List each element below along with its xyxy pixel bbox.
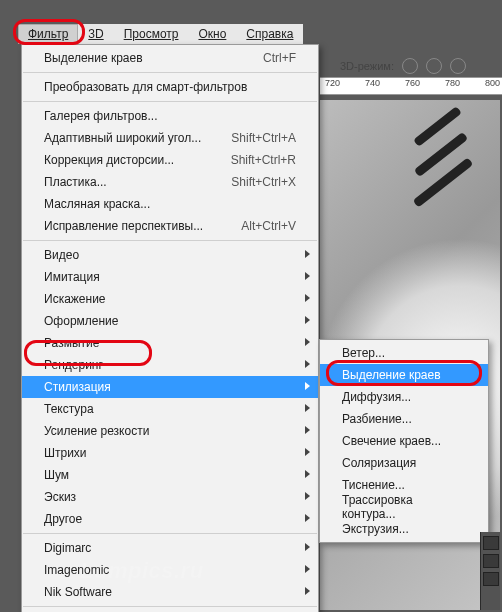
filter-convert-smart[interactable]: Преобразовать для смарт-фильтров [22, 76, 318, 98]
orbit-icon[interactable] [402, 58, 418, 74]
stylize-submenu: Ветер... Выделение краев Диффузия... Раз… [319, 339, 489, 543]
move-icon[interactable] [450, 58, 466, 74]
stylize-diffuse[interactable]: Диффузия... [320, 386, 488, 408]
mode3d-label: 3D-режим: [340, 60, 394, 72]
horizontal-ruler: 720 740 760 780 800 [320, 77, 502, 95]
filter-pixelate[interactable]: Оформление [22, 310, 318, 332]
filter-noise[interactable]: Шум [22, 464, 318, 486]
menu-bar: Фильтр 3D Просмотр Окно Справка [18, 24, 303, 44]
filter-artistic[interactable]: Имитация [22, 266, 318, 288]
pan-icon[interactable] [426, 58, 442, 74]
menu-3d[interactable]: 3D [78, 24, 113, 44]
filter-strokes[interactable]: Штрихи [22, 442, 318, 464]
filter-liquify[interactable]: Пластика...Shift+Ctrl+X [22, 171, 318, 193]
stylize-solarize[interactable]: Соляризация [320, 452, 488, 474]
filter-stylize[interactable]: Стилизация [22, 376, 318, 398]
stylize-wind[interactable]: Ветер... [320, 342, 488, 364]
filter-oilpaint[interactable]: Масляная краска... [22, 193, 318, 215]
panel-thumb[interactable] [483, 572, 499, 586]
filter-sharpen[interactable]: Усиление резкости [22, 420, 318, 442]
filter-digimarc[interactable]: Digimarc [22, 537, 318, 559]
filter-lenscorr[interactable]: Коррекция дисторсии...Shift+Ctrl+R [22, 149, 318, 171]
panel-thumb[interactable] [483, 554, 499, 568]
panel-thumb[interactable] [483, 536, 499, 550]
watermark: Lumpics.ru [80, 558, 204, 584]
stylize-glow-edges[interactable]: Свечение краев... [320, 430, 488, 452]
filter-vanish[interactable]: Исправление перспективы...Alt+Ctrl+V [22, 215, 318, 237]
options-bar: 3D-режим: [340, 55, 466, 77]
menu-filter[interactable]: Фильтр [18, 24, 78, 44]
stylize-extrude[interactable]: Экструзия... [320, 518, 488, 540]
filter-render[interactable]: Рендеринг [22, 354, 318, 376]
filter-video[interactable]: Видео [22, 244, 318, 266]
menu-view[interactable]: Просмотр [114, 24, 189, 44]
filter-nik[interactable]: Nik Software [22, 581, 318, 603]
filter-menu: Выделение краевCtrl+F Преобразовать для … [21, 44, 319, 612]
filter-gallery[interactable]: Галерея фильтров... [22, 105, 318, 127]
filter-last[interactable]: Выделение краевCtrl+F [22, 47, 318, 69]
menu-window[interactable]: Окно [188, 24, 236, 44]
filter-other[interactable]: Другое [22, 508, 318, 530]
filter-sketch[interactable]: Эскиз [22, 486, 318, 508]
filter-distort[interactable]: Искажение [22, 288, 318, 310]
menu-help[interactable]: Справка [236, 24, 303, 44]
filter-texture[interactable]: Текстура [22, 398, 318, 420]
filter-blur[interactable]: Размытие [22, 332, 318, 354]
filter-wideangle[interactable]: Адаптивный широкий угол...Shift+Ctrl+A [22, 127, 318, 149]
stylize-trace[interactable]: Трассировка контура... [320, 496, 488, 518]
stylize-find-edges[interactable]: Выделение краев [320, 364, 488, 386]
stylize-tiles[interactable]: Разбиение... [320, 408, 488, 430]
panels-dock [480, 532, 500, 610]
